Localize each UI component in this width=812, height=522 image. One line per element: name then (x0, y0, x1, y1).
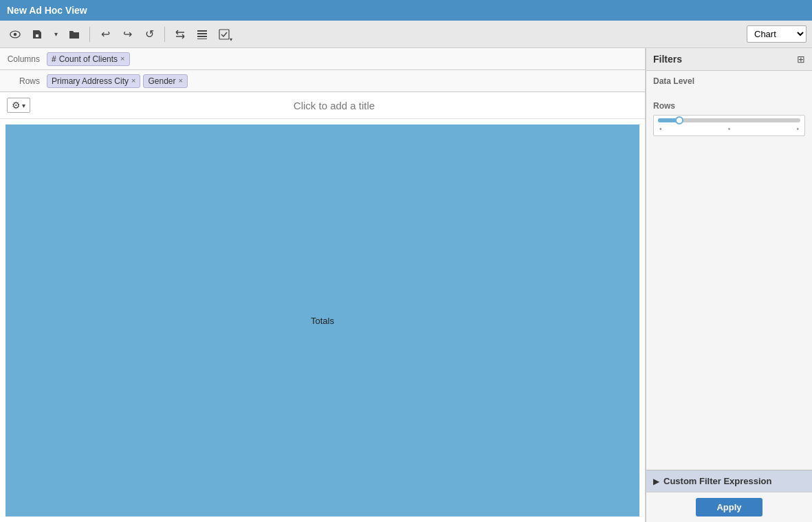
chart-select-wrapper: Chart Table Crosstab (747, 25, 806, 43)
svg-rect-2 (197, 30, 207, 32)
gender-remove[interactable]: × (179, 77, 183, 85)
data-level-label: Data Level (653, 76, 805, 86)
rows-slider-track[interactable] (658, 118, 800, 122)
app-title: New Ad Hoc View (7, 5, 87, 16)
gender-label: Gender (148, 76, 175, 86)
custom-filter-bar[interactable]: ▶ Custom Filter Expression (646, 470, 812, 492)
chart-totals-label: Totals (311, 316, 334, 326)
apply-button[interactable]: Apply (696, 498, 762, 516)
columns-row: Columns # Count of Clients × (0, 48, 645, 70)
svg-rect-4 (197, 36, 207, 37)
apply-btn-area: Apply (646, 492, 812, 522)
primary-address-city-label: Primary Address City (52, 76, 129, 86)
svg-rect-3 (197, 33, 207, 34)
filters-spacer (646, 142, 812, 470)
svg-point-1 (14, 32, 17, 35)
columns-label: Columns (6, 54, 47, 64)
redo-button[interactable]: ↪ (118, 25, 137, 44)
chart-title-placeholder[interactable]: Click to add a title (30, 100, 638, 111)
tag-hash-icon: # (52, 54, 56, 64)
tick-2: • (728, 125, 731, 133)
separator-2 (164, 27, 165, 42)
count-of-clients-label: Count of Clients (59, 54, 118, 64)
count-of-clients-tag[interactable]: # Count of Clients × (47, 52, 130, 66)
content-area: Columns # Count of Clients × Rows Primar… (0, 48, 646, 522)
tick-1: • (659, 125, 662, 133)
count-of-clients-remove[interactable]: × (120, 55, 124, 63)
filters-panel: Filters ⊞ Data Level Rows • • • (646, 48, 812, 522)
rows-slider-handle[interactable] (675, 116, 683, 124)
swap-button[interactable] (171, 25, 190, 44)
save-button[interactable] (28, 25, 47, 44)
open-button[interactable] (65, 25, 84, 44)
gender-tag[interactable]: Gender × (143, 74, 187, 88)
checkmark-button[interactable]: ▾ (215, 25, 234, 44)
main-layout: Columns # Count of Clients × Rows Primar… (0, 48, 812, 522)
save-dropdown-button[interactable]: ▾ (50, 25, 62, 44)
title-bar: New Ad Hoc View (0, 0, 812, 21)
filters-options-button[interactable]: ⊞ (797, 54, 805, 65)
undo-button[interactable]: ↩ (96, 25, 115, 44)
primary-address-city-tag[interactable]: Primary Address City × (47, 74, 140, 88)
svg-rect-5 (197, 39, 207, 39)
toolbar: ▾ ↩ ↪ ↺ ▾ Chart Table Crosstab (0, 21, 812, 48)
rows-slider-container: • • • (653, 115, 805, 136)
chart-title-bar: ⚙ ▾ Click to add a title (0, 92, 645, 119)
primary-address-city-remove[interactable]: × (131, 77, 135, 85)
svg-rect-6 (219, 30, 229, 39)
table-button[interactable] (193, 25, 212, 44)
gear-button[interactable]: ⚙ ▾ (7, 98, 30, 113)
filters-rows-label: Rows (653, 101, 805, 111)
chart-container: ⚙ ▾ Click to add a title Totals (0, 92, 645, 522)
chart-type-select[interactable]: Chart Table Crosstab (747, 25, 806, 43)
filters-data-level-section: Data Level (646, 71, 812, 96)
columns-tags: # Count of Clients × (47, 52, 639, 66)
refresh-button[interactable]: ↺ (140, 25, 159, 44)
rows-fields-row: Rows Primary Address City × Gender × (0, 70, 645, 92)
rows-tags: Primary Address City × Gender × (47, 74, 639, 88)
separator-1 (89, 27, 90, 42)
filters-title: Filters (653, 54, 682, 65)
rows-label: Rows (6, 76, 47, 86)
filters-header: Filters ⊞ (646, 48, 812, 71)
custom-filter-arrow-icon: ▶ (653, 477, 659, 486)
filters-rows-section: Rows • • • (646, 96, 812, 142)
custom-filter-label: Custom Filter Expression (663, 476, 771, 486)
slider-ticks: • • • (658, 125, 800, 133)
view-button[interactable] (6, 25, 25, 44)
tick-3: • (796, 125, 799, 133)
chart-canvas: Totals (6, 124, 639, 516)
